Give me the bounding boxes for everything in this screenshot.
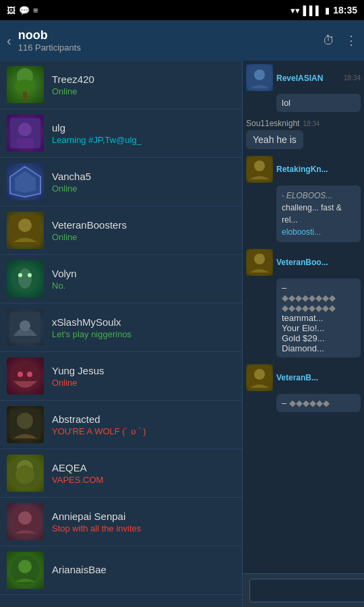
avatar	[7, 503, 44, 540]
list-item[interactable]: AEQEA VAPES.COM	[0, 449, 242, 498]
svg-point-9	[18, 219, 32, 232]
participant-info: xSlashMySoulx Let's play niggerinos	[52, 316, 235, 339]
svg-point-31	[254, 161, 265, 171]
chat-title: noob	[18, 28, 316, 42]
list-item[interactable]: ArianaisBae	[0, 546, 242, 595]
message-header: RetakingKn...	[246, 156, 361, 183]
message-header: VeteranBoo...	[246, 249, 361, 276]
header: ‹ noob 116 Participants ⏱ ⋮	[0, 20, 364, 61]
svg-point-35	[254, 369, 265, 380]
svg-point-12	[18, 273, 22, 277]
participant-info: Vancha5 Online	[52, 171, 235, 194]
participant-name: xSlashMySoulx	[52, 316, 235, 328]
message-bubble: lol	[276, 94, 361, 112]
chat-input-bar	[243, 573, 364, 607]
participant-name: Vancha5	[52, 171, 235, 182]
chat-message: VeteranBoo... – ◆◆◆◆◆◆◆◆ ◆◆◆◆◆◆◆◆ teamma…	[246, 249, 361, 357]
chat-message: VeteranB... – ◆◆◆◆◆◆	[246, 364, 361, 412]
svg-point-1	[15, 80, 35, 93]
signal-icon: ▌▌▌	[303, 5, 322, 16]
message-bubble: Yeah he is	[246, 130, 303, 149]
notification-icon: 🖼	[7, 5, 16, 16]
list-item[interactable]: Yung Jesus Online	[0, 352, 242, 401]
message-time: 18:34	[303, 120, 320, 127]
participant-info: Treez420 Online	[52, 74, 235, 96]
participant-info: Yung Jesus Online	[52, 365, 235, 388]
back-button[interactable]: ‹	[7, 33, 11, 49]
status-left-icons: 🖼 💬 ≡	[7, 5, 38, 16]
list-item[interactable]: Volyn No.	[0, 255, 242, 304]
message-sender: RevelASIAN	[276, 74, 323, 83]
message-sender: Sou11esknight	[246, 119, 299, 128]
message-avatar	[246, 64, 273, 91]
chat-messages: RevelASIAN 18:34 lol Sou11esknight 18:34…	[243, 61, 364, 573]
chat-panel: RevelASIAN 18:34 lol Sou11esknight 18:34…	[243, 61, 364, 607]
participant-status: YOU'RE A WOLF (´ ʋ ˋ)	[52, 426, 235, 436]
list-item[interactable]: Vancha5 Online	[0, 158, 242, 206]
message-header: VeteranB...	[246, 364, 361, 391]
more-options-button[interactable]: ⋮	[345, 33, 357, 48]
participant-status: VAPES.COM	[52, 475, 235, 485]
message-time: 18:34	[344, 74, 361, 82]
svg-point-20	[17, 413, 33, 429]
chat-message: RetakingKn... · ELOBOOS... challeng... f…	[246, 156, 361, 242]
message-bubble: – ◆◆◆◆◆◆◆◆ ◆◆◆◆◆◆◆◆ teammat... Your Elo!…	[276, 279, 361, 357]
participant-name: AEQEA	[52, 462, 235, 473]
participant-status: Online	[52, 183, 235, 194]
avatar	[7, 552, 44, 589]
avatar	[7, 66, 44, 103]
chat-message: Sou11esknight 18:34 Yeah he is	[246, 119, 361, 149]
participant-info: Anniepai Senpai Stop with all the invite…	[52, 511, 235, 533]
list-item[interactable]: xSlashMySoulx Let's play niggerinos	[0, 304, 242, 352]
avatar	[7, 455, 44, 492]
header-title-section: noob 116 Participants	[18, 28, 316, 53]
participant-status: Online	[52, 232, 235, 242]
participant-count: 116 Participants	[18, 42, 316, 53]
participant-status: Let's play niggerinos	[52, 329, 235, 339]
participant-status: Online	[52, 86, 235, 96]
participant-status: No.	[52, 281, 235, 291]
participant-info: Abstracted YOU'RE A WOLF (´ ʋ ˋ)	[52, 413, 235, 436]
message-sender: VeteranB...	[276, 373, 361, 382]
avatar	[7, 163, 44, 200]
battery-icon: ▮	[325, 5, 330, 16]
status-bar: 🖼 💬 ≡ ▾▾ ▌▌▌ ▮ 18:35	[0, 0, 364, 20]
participant-info: ulg Learning #JP,Tw@ulg_	[52, 122, 235, 145]
svg-point-17	[18, 372, 23, 377]
list-item[interactable]: Treez420 Online	[0, 61, 242, 109]
wifi-icon: ▾▾	[291, 5, 300, 16]
participant-status: Online	[52, 378, 235, 388]
message-sender: VeteranBoo...	[276, 258, 361, 267]
participant-name: Treez420	[52, 74, 235, 85]
svg-point-15	[20, 320, 30, 331]
participant-name: VeteranBoosters	[52, 219, 235, 231]
list-item[interactable]: ulg Learning #JP,Tw@ulg_	[0, 109, 242, 158]
participant-info: AEQEA VAPES.COM	[52, 462, 235, 485]
list-item[interactable]: Anniepai Senpai Stop with all the invite…	[0, 498, 242, 546]
history-button[interactable]: ⏱	[323, 34, 335, 48]
chat-input[interactable]	[249, 579, 364, 602]
message-avatar	[246, 249, 273, 276]
svg-point-29	[254, 69, 265, 80]
avatar	[7, 260, 44, 297]
chat-message: RevelASIAN 18:34 lol	[246, 64, 361, 112]
svg-point-13	[28, 273, 32, 277]
participant-status: Learning #JP,Tw@ulg_	[52, 135, 235, 145]
main-content: Treez420 Online ulg Learning #JP,Tw@ulg_…	[0, 61, 364, 607]
list-item[interactable]: VeteranBoosters Online	[0, 206, 242, 255]
participant-name: Anniepai Senpai	[52, 511, 235, 522]
svg-rect-5	[17, 138, 34, 148]
message-sender: RetakingKn...	[276, 165, 361, 174]
participant-info: ArianaisBae	[52, 564, 235, 577]
svg-point-18	[27, 372, 32, 377]
menu-icon: ≡	[33, 5, 38, 16]
list-item[interactable]: Abstracted YOU'RE A WOLF (´ ʋ ˋ)	[0, 401, 242, 449]
message-link[interactable]: eloboosti...	[282, 227, 321, 237]
svg-point-27	[18, 560, 32, 573]
participant-name: Abstracted	[52, 413, 235, 425]
svg-point-4	[18, 123, 32, 136]
header-actions: ⏱ ⋮	[323, 33, 357, 48]
participant-name: Volyn	[52, 268, 235, 279]
avatar	[7, 309, 44, 346]
message-bubble: · ELOBOOS... challeng... fast & rel... e…	[276, 185, 361, 242]
